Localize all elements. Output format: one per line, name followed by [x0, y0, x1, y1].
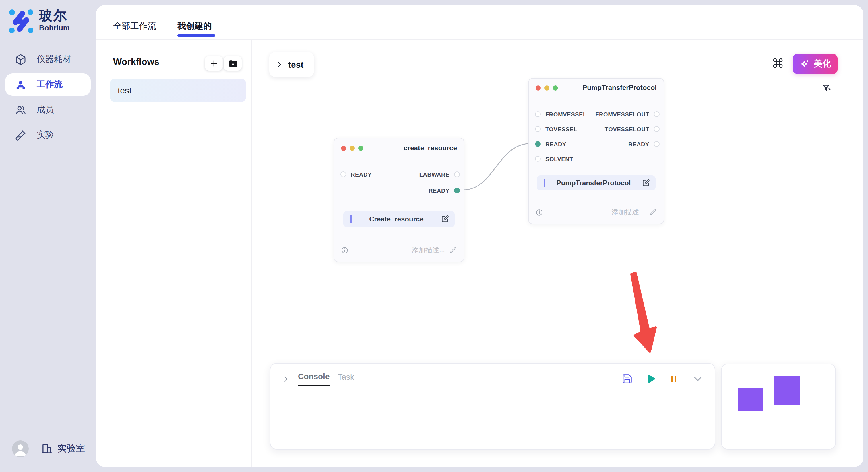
sidebar-item-experiments[interactable]: 实验	[5, 124, 91, 146]
port-label: READY	[546, 141, 566, 147]
beautify-label: 美化	[814, 59, 831, 69]
traffic-red-icon[interactable]	[341, 145, 346, 150]
node-title: PumpTransferProtocol	[582, 84, 657, 92]
main-content: 全部工作流 我创建的 Workflows	[96, 5, 863, 467]
breadcrumb-label: test	[288, 60, 303, 69]
members-icon	[15, 104, 26, 115]
sidebar-item-label: 仪器耗材	[37, 54, 71, 65]
port-label: TOVESSELOUT	[605, 126, 649, 132]
edit-icon[interactable]	[441, 215, 449, 223]
output-port-ready[interactable]	[454, 188, 460, 193]
run-button[interactable]	[645, 373, 656, 384]
bohrium-logo-icon	[8, 8, 33, 33]
sidebar-item-label: 实验	[37, 130, 54, 140]
node-action[interactable]: PumpTransferProtocol	[537, 175, 656, 191]
node-action[interactable]: Create_resource	[343, 211, 455, 227]
breadcrumb[interactable]: test	[269, 52, 314, 77]
description-placeholder[interactable]: 添加描述...	[412, 245, 445, 255]
sidebar-item-workflows[interactable]: 工作流	[5, 73, 91, 96]
user-avatar[interactable]	[12, 440, 29, 457]
console-header: Console Task	[270, 364, 715, 386]
sidebar-footer: 实验室	[12, 440, 85, 457]
port-label: READY	[351, 171, 372, 177]
node-traffic-lights	[536, 85, 558, 90]
node-pump-transfer-protocol[interactable]: PumpTransferProtocol FROMVESSEL FROMVESS…	[528, 78, 664, 224]
active-tab-underline	[177, 34, 215, 36]
traffic-yellow-icon[interactable]	[544, 85, 549, 90]
output-port-tovesselout[interactable]	[654, 126, 660, 132]
minimap-node	[774, 376, 800, 405]
save-button[interactable]	[622, 373, 632, 384]
node-action-label: Create_resource	[352, 215, 441, 223]
node-ports: READY LABWARE READY	[334, 158, 464, 198]
auto-layout-button[interactable]	[772, 57, 784, 69]
edit-icon[interactable]	[642, 179, 650, 187]
traffic-green-icon[interactable]	[553, 85, 558, 90]
console-actions	[622, 373, 703, 384]
brand-logo[interactable]: 玻尔 Bohrium	[8, 8, 70, 33]
port-label: SOLVENT	[546, 156, 573, 162]
output-port-labware[interactable]	[454, 171, 460, 177]
import-workflow-button[interactable]	[224, 56, 242, 71]
building-icon	[41, 443, 53, 455]
port-label: LABWARE	[420, 171, 450, 177]
sidebar-item-label: 成员	[37, 104, 54, 115]
workflows-panel-title: Workflows	[113, 57, 159, 67]
description-placeholder[interactable]: 添加描述...	[611, 208, 645, 217]
workspace-switcher[interactable]: 实验室	[41, 443, 85, 455]
node-footer: 添加描述...	[529, 201, 663, 224]
pause-icon	[669, 373, 680, 384]
output-port-ready[interactable]	[654, 141, 660, 147]
chevron-right-icon	[276, 61, 283, 68]
traffic-green-icon[interactable]	[358, 145, 363, 150]
pause-button[interactable]	[669, 373, 680, 384]
workflow-list-item[interactable]: test	[110, 78, 246, 102]
workflow-name: test	[118, 86, 131, 95]
port-label: TOVESSEL	[546, 126, 577, 132]
pencil-icon[interactable]	[450, 247, 457, 254]
header-tabs: 全部工作流 我创建的	[96, 5, 863, 40]
port-label: READY	[429, 187, 450, 194]
chevron-right-icon[interactable]	[282, 375, 290, 383]
info-icon[interactable]	[536, 209, 543, 216]
tab-created-by-me[interactable]: 我创建的	[177, 21, 212, 32]
input-port-ready[interactable]	[340, 171, 346, 177]
node-create-resource[interactable]: create_resource READY LABWARE READY	[334, 138, 464, 262]
task-tab[interactable]: Task	[338, 372, 354, 385]
input-port-tovessel[interactable]	[535, 126, 541, 132]
collapse-panel-button[interactable]	[692, 373, 703, 384]
port-label: FROMVESSEL	[546, 111, 587, 117]
annotation-red-arrow	[631, 273, 656, 351]
play-icon	[645, 373, 656, 384]
save-icon	[622, 373, 632, 384]
output-port-fromvesselout[interactable]	[654, 111, 660, 117]
console-tab[interactable]: Console	[298, 372, 330, 386]
command-icon	[772, 57, 784, 69]
sidebar-item-label: 工作流	[37, 79, 63, 90]
input-port-solvent[interactable]	[535, 156, 541, 162]
package-icon	[15, 54, 26, 65]
traffic-yellow-icon[interactable]	[350, 145, 355, 150]
info-icon[interactable]	[341, 247, 348, 254]
input-port-fromvessel[interactable]	[535, 111, 541, 117]
workflow-icon	[15, 79, 26, 90]
node-traffic-lights	[341, 145, 363, 150]
tab-all-workflows[interactable]: 全部工作流	[113, 21, 156, 32]
minimap[interactable]	[721, 364, 836, 450]
sparkles-icon	[799, 59, 810, 69]
input-port-ready[interactable]	[535, 141, 541, 147]
node-header: create_resource	[334, 138, 464, 158]
minimap-node	[738, 388, 763, 411]
sidebar: 玻尔 Bohrium 仪器耗材	[0, 0, 96, 472]
workspace-label: 实验室	[57, 443, 85, 455]
beautify-button[interactable]: 美化	[793, 54, 838, 74]
filter-button[interactable]	[822, 83, 832, 94]
pencil-icon[interactable]	[649, 209, 657, 216]
traffic-red-icon[interactable]	[536, 85, 541, 90]
sidebar-item-instruments[interactable]: 仪器耗材	[5, 48, 91, 71]
filter-icon	[822, 83, 832, 94]
workflow-editor-app: 玻尔 Bohrium 仪器耗材	[0, 0, 868, 472]
sidebar-item-members[interactable]: 成员	[5, 99, 91, 121]
add-workflow-button[interactable]	[205, 56, 223, 71]
node-footer: 添加描述...	[334, 239, 464, 262]
